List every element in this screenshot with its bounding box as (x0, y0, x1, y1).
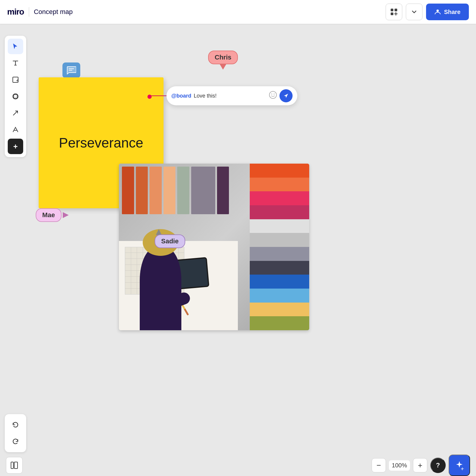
svg-rect-2 (391, 12, 393, 15)
svg-rect-0 (391, 9, 393, 11)
board-image-content (119, 164, 309, 330)
svg-point-11 (274, 94, 275, 95)
add-tool[interactable]: + (8, 139, 23, 154)
sticky-note-text: Perseverance (53, 129, 149, 157)
comment-icon[interactable] (62, 62, 80, 78)
svg-point-10 (271, 94, 272, 95)
fabric-swatches (119, 164, 232, 217)
svg-rect-13 (14, 462, 18, 469)
mae-cursor: Mae (36, 208, 69, 222)
svg-point-9 (269, 91, 277, 98)
left-toolbar: + (5, 36, 26, 157)
share-button[interactable]: Share (426, 4, 469, 20)
send-button[interactable] (279, 89, 293, 102)
sadie-label: Sadie (155, 234, 185, 248)
topbar-divider (29, 7, 29, 17)
svg-rect-1 (395, 9, 397, 11)
redo-button[interactable] (8, 434, 23, 449)
connector-dot (147, 95, 152, 99)
sadie-cursor: Sadie (155, 229, 185, 248)
comment-input-box[interactable]: @board Love this! (166, 86, 297, 105)
undo-button[interactable] (8, 417, 23, 433)
more-options-button[interactable] (406, 4, 422, 20)
topbar: miro Concept map Share (0, 0, 476, 24)
mae-cursor-arrow (63, 212, 69, 218)
left-toolbar-history (5, 414, 26, 452)
svg-rect-6 (67, 66, 76, 73)
panel-toggle-button[interactable] (6, 457, 23, 474)
shape-tool[interactable] (8, 89, 23, 104)
sticky-note-tool[interactable] (8, 72, 23, 87)
chris-cursor-arrow (219, 64, 227, 70)
canvas[interactable]: Perseverance @board Love this! Chris Mae (0, 24, 476, 476)
text-tool[interactable] (8, 55, 23, 71)
board-title[interactable]: Concept map (34, 8, 73, 16)
zoom-out-button[interactable]: − (372, 458, 386, 472)
zoom-in-button[interactable]: + (413, 458, 427, 472)
arrow-tool[interactable] (8, 105, 23, 121)
chris-cursor: Chris (208, 51, 238, 70)
bottom-left (6, 457, 23, 474)
help-button[interactable]: ? (430, 458, 446, 473)
svg-rect-12 (11, 462, 13, 469)
svg-line-5 (13, 111, 18, 115)
bottom-right: − 100% + ? (372, 455, 470, 476)
bottom-bar: − 100% + ? (0, 455, 476, 476)
connector-line (150, 95, 169, 96)
comment-mention: @board (171, 93, 191, 99)
emoji-button[interactable] (269, 91, 277, 101)
board-image (119, 164, 309, 330)
chris-label: Chris (208, 51, 238, 64)
ai-assistant-button[interactable] (449, 455, 470, 476)
sadie-cursor-arrow (156, 229, 162, 235)
comment-text: Love this! (194, 93, 266, 99)
svg-point-3 (436, 10, 439, 12)
zoom-level: 100% (389, 460, 410, 471)
apps-button[interactable] (386, 4, 402, 20)
cursor-tool[interactable] (8, 39, 23, 54)
miro-logo: miro (7, 7, 24, 17)
share-label: Share (444, 9, 461, 15)
swatches (250, 164, 309, 330)
topbar-actions: Share (386, 4, 469, 20)
mae-label: Mae (36, 208, 62, 222)
font-tool[interactable] (8, 122, 23, 137)
